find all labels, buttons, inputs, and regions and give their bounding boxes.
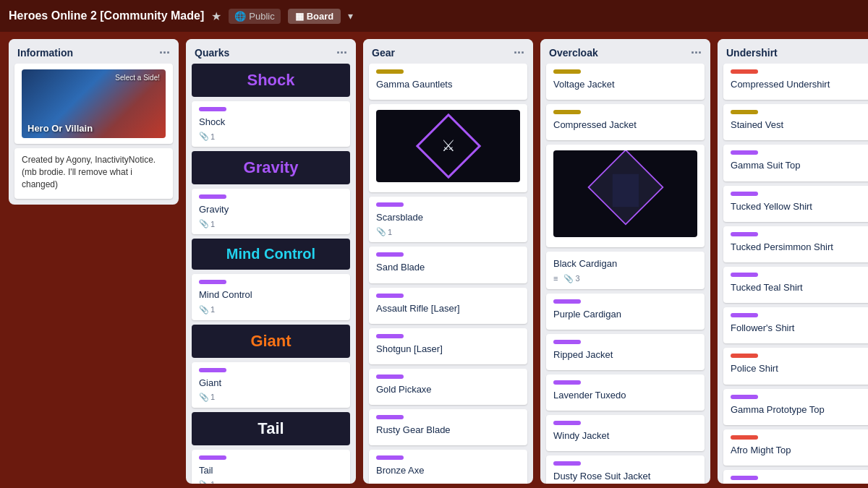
info-image-card[interactable]: Select a Side!Hero Or Villain	[14, 64, 173, 144]
card-label-bar	[553, 421, 581, 425]
paperclip-icon: 📎	[199, 305, 209, 314]
card-title-text: Police Shirt	[731, 362, 868, 375]
card-item[interactable]: Tail📎 1	[192, 450, 350, 484]
card-label-bar	[553, 299, 581, 304]
card-item[interactable]: Rusty Gear Blade	[369, 409, 527, 445]
column-title: Quarks	[195, 47, 229, 59]
card-label-bar	[731, 354, 758, 358]
svg-rect-2	[613, 174, 639, 207]
card-item[interactable]: Dusty Rose Suit Jacket	[546, 455, 705, 484]
board-view-button[interactable]: ▦ Board	[288, 9, 341, 24]
column-menu-button[interactable]: ···	[514, 46, 524, 59]
column-menu-button[interactable]: ···	[336, 46, 347, 59]
card-item[interactable]: Scarsblade📎 1	[369, 197, 527, 242]
card-title-text: Tucked Yellow Shirt	[731, 200, 868, 213]
card-item[interactable]: Tucked Yellow Shirt	[723, 186, 868, 222]
column-menu-button[interactable]: ···	[159, 46, 170, 59]
card-item[interactable]: Shotgun [Laser]	[369, 328, 527, 364]
star-icon[interactable]: ★	[211, 9, 221, 23]
card-label-bar	[199, 368, 226, 372]
card-item[interactable]: Gamma Gauntlets	[369, 64, 527, 100]
visibility-badge[interactable]: 🌐 Public	[229, 9, 280, 24]
card-title-text: Gravity	[199, 203, 343, 216]
card-title-text: Bronze Axe	[376, 464, 520, 477]
card-label-bar	[199, 455, 226, 460]
card-item[interactable]: Windy Jacket	[546, 415, 705, 451]
card-item[interactable]: Black Cardigan≡📎 3	[546, 252, 705, 288]
card-label-bar	[731, 110, 758, 114]
card-title-text: Gold Pickaxe	[376, 383, 520, 396]
card-label-bar	[376, 334, 404, 338]
card-item[interactable]: Shock📎 1	[192, 101, 350, 147]
card-item[interactable]: Mind Control📎 1	[192, 274, 350, 320]
card-item[interactable]: Stained Vest	[723, 104, 868, 140]
card-item[interactable]: Afro Might Top	[723, 429, 868, 466]
card-meta: 📎 1	[199, 219, 343, 228]
card-label-bar	[553, 461, 581, 466]
card-item[interactable]: Gravity📎 1	[192, 189, 350, 234]
card-item[interactable]: Lavender Tuxedo	[546, 374, 705, 411]
gear-sword-icon: ⚔	[441, 137, 456, 155]
card-item[interactable]: Tucked Persimmon Shirt	[723, 226, 868, 262]
quark-image-card[interactable]: Gravity	[192, 151, 350, 184]
column-content: Voltage JacketCompressed Jacket Black Ca…	[540, 64, 710, 484]
info-text-card[interactable]: Created by Agony, InactivityNotice. (mb …	[14, 148, 173, 199]
card-item[interactable]: Gamma Prototype Top	[723, 389, 868, 425]
card-item[interactable]: Compressed Undershirt	[723, 64, 868, 100]
gear-image-card[interactable]: ⚔	[369, 104, 527, 192]
card-title-text: Black Cardigan	[553, 257, 697, 270]
column-overcloak: Overcloak···Voltage JacketCompressed Jac…	[540, 39, 710, 484]
header-chevron-icon[interactable]: ▾	[348, 10, 353, 22]
card-label-bar	[731, 150, 758, 155]
card-item[interactable]: Assault Rifle [Laser]	[369, 288, 527, 324]
column-header: Gear···	[363, 39, 533, 64]
card-item[interactable]: Compressed Jacket	[546, 104, 705, 140]
attachment-count: 📎 1	[199, 393, 215, 402]
card-item[interactable]: Sand Blade	[369, 247, 527, 283]
card-item[interactable]: Purple Cardigan	[546, 294, 705, 330]
column-menu-button[interactable]: ···	[691, 46, 702, 59]
card-label-bar	[553, 110, 581, 114]
card-item[interactable]: Gamma Suit Top	[723, 145, 868, 181]
card-item[interactable]: Giant📎 1	[192, 362, 350, 408]
attachment-count: 📎 1	[199, 219, 215, 228]
card-title-text: Ripped Jacket	[553, 348, 697, 361]
quark-image-card[interactable]: Mind Control	[192, 239, 350, 270]
card-label-bar	[731, 313, 758, 317]
overcloak-image-card[interactable]	[546, 145, 705, 247]
card-item[interactable]: Voltage Jacket	[546, 64, 705, 100]
quark-title-label: Giant	[199, 332, 343, 351]
quark-title-label: Tail	[199, 419, 343, 438]
card-title-text: Rusty Gear Blade	[376, 424, 520, 437]
attachment-count: 📎 3	[563, 274, 579, 283]
quark-image-card[interactable]: Giant	[192, 325, 350, 358]
quark-image-card[interactable]: Shock	[192, 64, 350, 97]
paperclip-icon: 📎	[199, 480, 209, 484]
select-side-label: Select a Side!	[115, 74, 160, 82]
quark-title-label: Shock	[199, 71, 343, 90]
card-title-text: Windy Jacket	[553, 429, 697, 442]
column-undershirt: Undershirt···Compressed UndershirtStaine…	[718, 39, 868, 484]
card-item[interactable]: Ripped Jacket	[546, 334, 705, 370]
column-header: Overcloak···	[540, 39, 710, 64]
card-item[interactable]: HA Outfit Top	[723, 470, 868, 484]
globe-icon: 🌐	[234, 11, 246, 22]
card-label-bar	[376, 294, 404, 298]
card-item[interactable]: Bronze Axe	[369, 450, 527, 484]
card-title-text: Gamma Suit Top	[731, 159, 868, 172]
quark-image-card[interactable]: Tail	[192, 412, 350, 445]
card-title-text: Mind Control	[199, 288, 343, 301]
card-title-text: Dusty Rose Suit Jacket	[553, 470, 697, 483]
card-item[interactable]: Follower's Shirt	[723, 307, 868, 343]
card-item[interactable]: Gold Pickaxe	[369, 369, 527, 405]
card-title-text: Sand Blade	[376, 261, 520, 274]
card-item[interactable]: Police Shirt	[723, 348, 868, 384]
paperclip-icon: 📎	[199, 393, 209, 402]
board-label: Board	[307, 11, 334, 22]
card-item[interactable]: Tucked Teal Shirt	[723, 267, 868, 303]
app-header: Heroes Online 2 [Community Made] ★ 🌐 Pub…	[0, 0, 868, 32]
paperclip-icon: 📎	[563, 274, 574, 283]
card-label-bar	[553, 69, 581, 74]
column-header: Quarks···	[186, 39, 356, 64]
card-title-text: Shock	[199, 116, 343, 129]
